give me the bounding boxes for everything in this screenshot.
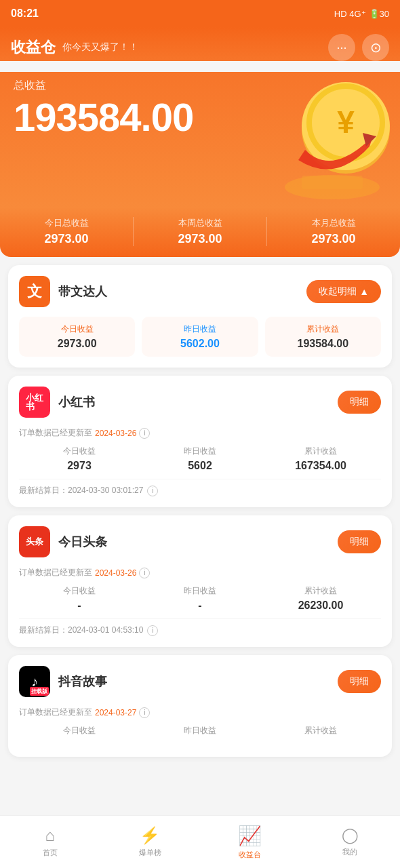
- nav-mine[interactable]: ◯ 我的: [300, 827, 401, 857]
- dawen-earnings-grid: 今日收益 2973.00 昨日收益 5602.00 累计收益 193584.00: [19, 317, 381, 357]
- stat-month-value: 2973.00: [267, 232, 400, 246]
- xiaohongshu-total-label: 累计收益: [260, 446, 381, 457]
- douyin-detail-button[interactable]: 明细: [338, 670, 381, 693]
- nav-home[interactable]: ⌂ 首页: [0, 826, 100, 858]
- toutiao-yesterday-label: 昨日收益: [140, 585, 260, 597]
- dawen-yesterday-value: 5602.00: [147, 338, 252, 350]
- douyin-total-label: 累计收益: [260, 725, 381, 736]
- app-title: 收益仓: [11, 37, 56, 58]
- toutiao-name: 今日头条: [58, 534, 107, 550]
- status-icons: HD 4G⁺ 🔋30: [334, 9, 389, 19]
- xiaohongshu-yesterday-label: 昨日收益: [140, 446, 260, 457]
- toutiao-left: 头条 今日头条: [19, 526, 107, 557]
- more-button[interactable]: ···: [328, 34, 355, 61]
- xiaohongshu-detail-button[interactable]: 明细: [338, 391, 381, 414]
- stat-month-label: 本月总收益: [267, 217, 400, 229]
- dawen-total: 累计收益 193584.00: [265, 317, 381, 357]
- stat-week-label: 本周总收益: [134, 217, 266, 229]
- settle-info-icon: i: [147, 486, 158, 496]
- toutiao-settle: 最新结算日：2024-03-01 04:53:10 i: [19, 618, 381, 636]
- status-battery: 🔋30: [369, 9, 389, 19]
- nav-home-label: 首页: [43, 848, 58, 858]
- toutiao-detail-button[interactable]: 明细: [338, 530, 381, 553]
- dawen-yesterday-label: 昨日收益: [147, 323, 252, 335]
- douyin-header: ♪ 挂载版 抖音故事 明细: [19, 666, 381, 697]
- xiaohongshu-settle: 最新结算日：2024-03-30 03:01:27 i: [19, 479, 381, 496]
- douyin-detail-label: 明细: [350, 675, 369, 688]
- toutiao-icon: 头条: [19, 526, 50, 557]
- toutiao-detail-label: 明细: [350, 536, 369, 548]
- dawen-left: 文 带文达人: [19, 276, 107, 307]
- stat-month: 本月总收益 2973.00: [267, 217, 400, 246]
- status-bar: 08:21 HD 4G⁺ 🔋30: [0, 0, 400, 27]
- dawen-total-value: 193584.00: [271, 338, 376, 350]
- camera-icon: ⊙: [370, 39, 382, 56]
- toutiao-update-text: 订单数据已经更新至: [19, 567, 92, 578]
- dawen-detail-label: 收起明细: [319, 285, 357, 298]
- stat-today-label: 今日总收益: [0, 217, 133, 229]
- toutiao-yesterday: 昨日收益 -: [140, 585, 260, 612]
- toutiao-info-icon: i: [139, 568, 150, 578]
- toutiao-today-value: -: [19, 599, 140, 612]
- nav-earnings-label: 收益台: [239, 850, 261, 860]
- douyin-card: ♪ 挂载版 抖音故事 明细 订单数据已经更新至 2024-03-27 i 今日收…: [8, 655, 392, 757]
- douyin-badge: 挂载版: [30, 687, 49, 696]
- bottom-navigation: ⌂ 首页 ⚡ 爆单榜 📈 收益台 ◯ 我的: [0, 815, 400, 868]
- xiaohongshu-yesterday: 昨日收益 5602: [140, 446, 260, 472]
- xiaohongshu-update-date: 2024-03-26: [95, 429, 136, 438]
- douyin-left: ♪ 挂载版 抖音故事: [19, 666, 107, 697]
- hot-icon: ⚡: [140, 826, 160, 845]
- toutiao-settle-label: 最新结算日：2024-03-01 04:53:10: [19, 625, 143, 636]
- dawen-icon-text: 文: [27, 281, 42, 302]
- xiaohongshu-header: 小红书 小红书 明细: [19, 387, 381, 418]
- svg-rect-6: [302, 176, 363, 189]
- nav-earnings[interactable]: 📈 收益台: [200, 825, 300, 860]
- status-time: 08:21: [11, 7, 39, 20]
- douyin-stats: 今日收益 昨日收益 累计收益: [19, 725, 381, 739]
- camera-button[interactable]: ⊙: [362, 34, 389, 61]
- toutiao-today-label: 今日收益: [19, 585, 140, 597]
- dawen-today: 今日收益 2973.00: [19, 317, 135, 357]
- content-area: 文 带文达人 收起明细 ▲ 今日收益 2973.00 昨日收益 5602.00 …: [0, 257, 400, 819]
- earnings-icon: 📈: [238, 825, 262, 847]
- xiaohongshu-icon-text: 小红书: [26, 393, 43, 411]
- dawen-icon: 文: [19, 276, 50, 307]
- douyin-name: 抖音故事: [58, 673, 107, 690]
- xiaohongshu-update-notice: 订单数据已经更新至 2024-03-26 i: [19, 427, 381, 439]
- toutiao-header: 头条 今日头条 明细: [19, 526, 381, 557]
- toutiao-total-value: 26230.00: [260, 599, 381, 612]
- toutiao-settle-icon: i: [147, 625, 158, 636]
- svg-text:¥: ¥: [337, 104, 355, 140]
- xiaohongshu-update-text: 订单数据已经更新至: [19, 427, 92, 439]
- xiaohongshu-icon: 小红书: [19, 387, 50, 418]
- toutiao-update-notice: 订单数据已经更新至 2024-03-26 i: [19, 567, 381, 578]
- dawen-header: 文 带文达人 收起明细 ▲: [19, 276, 381, 307]
- toutiao-update-date: 2024-03-26: [95, 568, 136, 578]
- toutiao-total: 累计收益 26230.00: [260, 585, 381, 612]
- xiaohongshu-today: 今日收益 2973: [19, 446, 140, 472]
- douyin-total: 累计收益: [260, 725, 381, 739]
- douyin-update-notice: 订单数据已经更新至 2024-03-27 i: [19, 707, 381, 718]
- app-header: 收益仓 你今天又爆了！！ ··· ⊙: [0, 27, 400, 61]
- dawen-detail-button[interactable]: 收起明细 ▲: [306, 280, 381, 303]
- xiaohongshu-yesterday-value: 5602: [140, 460, 260, 472]
- status-signal: HD 4G⁺: [334, 9, 366, 19]
- coin-decoration: ¥: [264, 72, 400, 204]
- xiaohongshu-stats: 今日收益 2973 昨日收益 5602 累计收益 167354.00: [19, 446, 381, 472]
- xiaohongshu-detail-label: 明细: [350, 396, 369, 408]
- more-icon: ···: [336, 41, 346, 55]
- nav-hot[interactable]: ⚡ 爆单榜: [100, 826, 201, 858]
- mine-icon: ◯: [342, 827, 359, 844]
- xiaohongshu-card: 小红书 小红书 明细 订单数据已经更新至 2024-03-26 i 今日收益 2…: [8, 376, 392, 507]
- header-left: 收益仓 你今天又爆了！！: [11, 37, 138, 58]
- douyin-update-date: 2024-03-27: [95, 708, 136, 717]
- douyin-info-icon: i: [139, 707, 150, 718]
- dawen-name: 带文达人: [58, 283, 107, 300]
- douyin-update-text: 订单数据已经更新至: [19, 707, 92, 718]
- nav-mine-label: 我的: [342, 847, 357, 857]
- info-icon: i: [139, 428, 150, 439]
- douyin-yesterday: 昨日收益: [140, 725, 260, 739]
- douyin-today: 今日收益: [19, 725, 140, 739]
- dawen-card: 文 带文达人 收起明细 ▲ 今日收益 2973.00 昨日收益 5602.00 …: [8, 265, 392, 368]
- toutiao-icon-text: 头条: [26, 536, 43, 548]
